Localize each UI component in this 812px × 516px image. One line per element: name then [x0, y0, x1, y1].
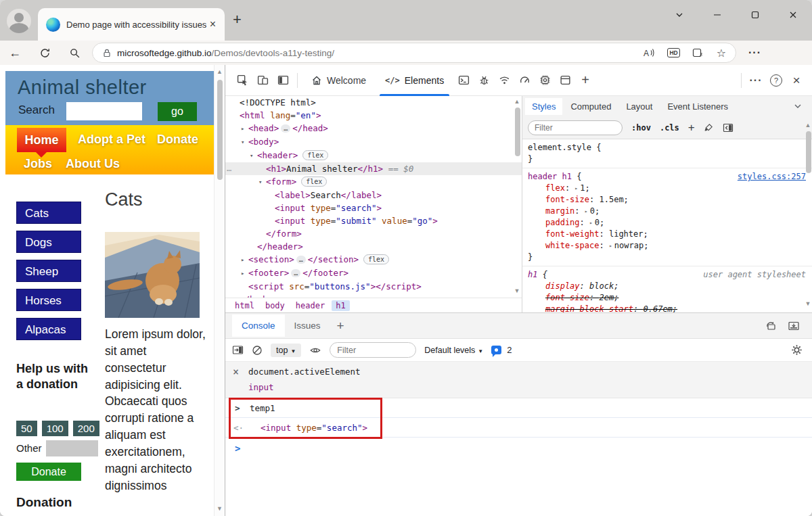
tab-issues[interactable]: Issues: [285, 314, 330, 337]
result-element[interactable]: <input type="search">: [261, 418, 367, 438]
css-selector[interactable]: h1: [528, 270, 537, 279]
page-scrollbar[interactable]: ▲ ▼: [214, 65, 225, 516]
scroll-up-icon[interactable]: ▲: [803, 122, 812, 128]
elements-scrollbar[interactable]: ▲ ▼: [512, 96, 522, 298]
other-amount-input[interactable]: [46, 440, 98, 456]
refresh-icon[interactable]: [30, 47, 60, 59]
hidden-messages-icon[interactable]: [491, 346, 501, 354]
clear-console-icon[interactable]: [252, 345, 263, 356]
css-property[interactable]: padding: ▸0;: [528, 217, 807, 229]
flex-badge[interactable]: flex: [302, 150, 328, 160]
elements-scrollbar-thumb[interactable]: [515, 108, 520, 156]
css-property[interactable]: font-size: 2em;: [528, 292, 807, 304]
dock-drawer-icon[interactable]: [788, 321, 800, 331]
console-sidebar-toggle-icon[interactable]: [232, 345, 244, 355]
pseudo-state-toggle[interactable]: :hov: [631, 123, 651, 133]
rerun-drawer-icon[interactable]: [765, 321, 777, 331]
scroll-down-icon[interactable]: ▼: [803, 300, 812, 307]
context-selector[interactable]: top▼: [271, 344, 301, 357]
flex-badge[interactable]: flex: [363, 254, 389, 264]
dogs-button[interactable]: Dogs: [16, 231, 81, 253]
css-selector[interactable]: element.style: [528, 143, 591, 152]
favorite-star-icon[interactable]: ☆: [717, 47, 726, 60]
minimize-icon[interactable]: [698, 10, 736, 20]
tab-styles[interactable]: Styles: [525, 98, 562, 115]
dock-side-icon[interactable]: [273, 70, 293, 91]
scroll-down-icon[interactable]: ▼: [512, 287, 522, 294]
tab-welcome[interactable]: Welcome: [302, 65, 376, 96]
go-button[interactable]: go: [158, 102, 197, 121]
console-settings-gear-icon[interactable]: [791, 344, 803, 356]
breadcrumb-header[interactable]: header: [292, 300, 329, 311]
console-filter-input[interactable]: [330, 342, 416, 358]
amount-100-button[interactable]: 100: [42, 421, 68, 436]
maximize-icon[interactable]: [736, 10, 774, 20]
site-search-input[interactable]: [66, 102, 142, 120]
amount-200-button[interactable]: 200: [73, 421, 99, 436]
amount-50-button[interactable]: 50: [16, 421, 37, 436]
tab-computed[interactable]: Computed: [564, 98, 618, 115]
dom-tree-node[interactable]: <!DOCTYPE html>: [225, 96, 522, 109]
dom-tree-node[interactable]: <label>Search</label>: [225, 189, 522, 202]
live-expression-block[interactable]: × document.activeElement input: [225, 362, 812, 398]
application-icon[interactable]: [555, 70, 575, 91]
collapse-arrow-icon[interactable]: ▾: [258, 176, 266, 189]
tab-elements[interactable]: </> Elements: [376, 65, 453, 96]
dom-tree-node[interactable]: ▾<body>: [225, 135, 522, 149]
node-options-dots-icon[interactable]: …: [227, 162, 231, 175]
tab-event-listeners[interactable]: Event Listeners: [660, 98, 735, 115]
live-expression-result[interactable]: input: [248, 382, 274, 392]
alpacas-button[interactable]: Alpacas: [16, 318, 81, 340]
dom-tree-node[interactable]: …<h1>Animal shelter</h1> == $0: [225, 162, 522, 175]
css-property[interactable]: flex: ▸1;: [528, 183, 807, 194]
nav-donate[interactable]: Donate: [157, 133, 198, 147]
browser-tab[interactable]: Demo page with accessibility issues ×: [38, 8, 225, 41]
log-levels-dropdown[interactable]: Default levels▼: [424, 346, 483, 355]
collapse-arrow-icon[interactable]: ▾: [250, 149, 257, 162]
css-property[interactable]: margin-block-start: 0.67em;: [528, 304, 807, 312]
breadcrumb-html[interactable]: html: [231, 300, 258, 311]
css-property[interactable]: white-space: ▸nowrap;: [528, 240, 807, 252]
immersive-reader-icon[interactable]: [692, 47, 704, 58]
page-scrollbar-thumb[interactable]: [217, 80, 223, 180]
nav-jobs[interactable]: Jobs: [24, 157, 52, 171]
device-emulation-icon[interactable]: [252, 70, 273, 91]
expand-arrow-icon[interactable]: ▸: [241, 254, 248, 266]
breadcrumb-h1[interactable]: h1: [332, 300, 349, 311]
back-icon[interactable]: ←: [0, 47, 30, 59]
profile-avatar[interactable]: [7, 9, 31, 33]
debugger-bug-icon[interactable]: [474, 70, 494, 91]
rendering-brush-icon[interactable]: [704, 122, 714, 133]
donate-button[interactable]: Donate: [16, 463, 81, 481]
new-style-rule-icon[interactable]: +: [688, 121, 695, 135]
network-icon[interactable]: [494, 70, 514, 91]
dom-tree-node[interactable]: ▸<head>…</head>: [225, 122, 522, 135]
styles-scrollbar[interactable]: ▲ ▼: [803, 118, 812, 312]
devtools-more-icon[interactable]: ···: [746, 70, 766, 91]
add-drawer-tab-icon[interactable]: +: [337, 319, 344, 333]
remove-live-expression-icon[interactable]: ×: [233, 366, 239, 378]
read-aloud-icon[interactable]: A: [643, 47, 655, 58]
scroll-up-icon[interactable]: ▲: [215, 68, 225, 75]
console-panel-icon[interactable]: [453, 70, 474, 91]
css-selector[interactable]: header h1: [528, 172, 572, 181]
add-panel-icon[interactable]: +: [575, 70, 595, 91]
address-bar[interactable]: microsoftedge.github.io/Demos/devtools-a…: [92, 43, 736, 63]
devtools-help-icon[interactable]: ?: [766, 70, 786, 91]
tab-close-icon[interactable]: ×: [208, 19, 218, 30]
css-property[interactable]: margin: ▸0;: [528, 206, 807, 217]
collapse-arrow-icon[interactable]: ▾: [241, 136, 248, 149]
sheep-button[interactable]: Sheep: [16, 260, 81, 282]
live-expression-eye-icon[interactable]: [309, 346, 321, 355]
dom-tree-node[interactable]: <html lang="en">: [225, 109, 522, 122]
new-tab-button[interactable]: +: [233, 12, 242, 27]
styles-scrollbar-thumb[interactable]: [806, 131, 811, 173]
dom-tree-node[interactable]: </form>: [225, 227, 522, 240]
console-prompt-icon[interactable]: >: [235, 443, 240, 454]
nav-about[interactable]: About Us: [66, 157, 120, 171]
expand-arrow-icon[interactable]: ▸: [241, 267, 248, 280]
performance-icon[interactable]: [514, 70, 535, 91]
console-command-row[interactable]: > temp1: [225, 398, 812, 418]
devtools-close-icon[interactable]: ×: [786, 70, 807, 91]
stylesheet-link[interactable]: styles.css:257: [738, 171, 806, 183]
